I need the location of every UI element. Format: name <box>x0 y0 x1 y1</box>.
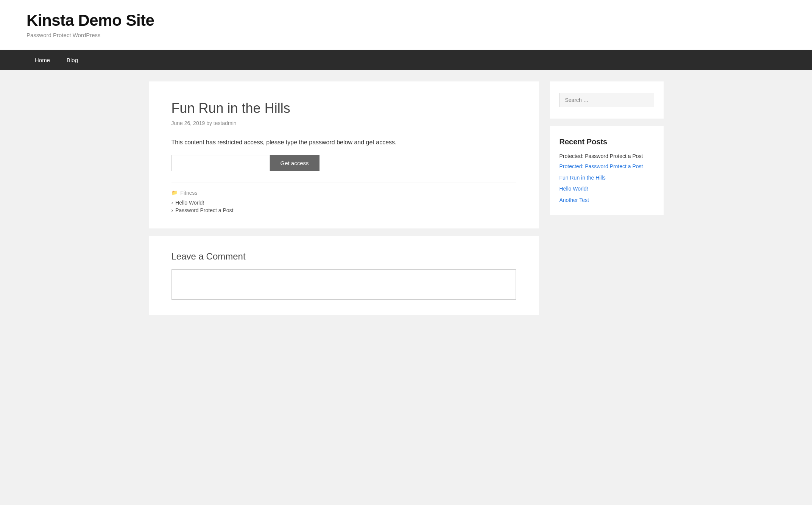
list-item: Another Test <box>560 197 654 204</box>
post-footer: 📁 Fitness ‹ Hello World! › Password Prot… <box>171 183 516 213</box>
recent-post-link-2[interactable]: Fun Run in the Hills <box>560 175 606 181</box>
recent-post-link-4[interactable]: Another Test <box>560 197 589 203</box>
access-form: Get access <box>171 155 516 171</box>
password-input[interactable] <box>171 155 270 171</box>
prev-icon: ‹ <box>171 200 173 206</box>
article-card: Fun Run in the Hills June 26, 2019 by te… <box>149 81 539 228</box>
site-content: Fun Run in the Hills June 26, 2019 by te… <box>141 70 671 326</box>
main-content: Fun Run in the Hills June 26, 2019 by te… <box>149 81 539 315</box>
list-item: Protected: Password Protect a Post <box>560 163 654 170</box>
recent-posts-widget: Recent Posts Protected: Password Protect… <box>550 126 664 215</box>
next-post-link[interactable]: › Password Protect a Post <box>171 207 516 213</box>
prev-post-label: Hello World! <box>175 200 204 206</box>
nav-link-home[interactable]: Home <box>26 50 58 70</box>
comment-section: Leave a Comment <box>149 236 539 315</box>
search-input[interactable] <box>560 93 654 107</box>
post-nav: ‹ Hello World! › Password Protect a Post <box>171 200 516 213</box>
recent-posts-title: Recent Posts <box>560 138 654 146</box>
search-widget <box>550 81 664 119</box>
article-by: by <box>206 120 214 126</box>
comment-title: Leave a Comment <box>171 251 516 262</box>
site-header: Kinsta Demo Site Password Protect WordPr… <box>0 0 812 50</box>
article-title: Fun Run in the Hills <box>171 100 516 116</box>
main-nav: Home Blog <box>0 50 812 70</box>
recent-posts-list: Protected: Password Protect a Post Prote… <box>560 153 654 204</box>
site-tagline: Password Protect WordPress <box>26 32 786 38</box>
list-item: Hello World! <box>560 185 654 193</box>
site-title: Kinsta Demo Site <box>26 11 786 30</box>
nav-link-blog[interactable]: Blog <box>58 50 86 70</box>
list-item: Protected: Password Protect a Post <box>560 153 654 159</box>
nav-item-blog[interactable]: Blog <box>58 50 86 70</box>
restricted-message: This content has restricted access, plea… <box>171 138 516 147</box>
folder-icon: 📁 <box>171 190 178 195</box>
nav-item-home[interactable]: Home <box>26 50 58 70</box>
next-post-label: Password Protect a Post <box>175 207 233 213</box>
prev-post-link[interactable]: ‹ Hello World! <box>171 200 516 206</box>
recent-post-static-label: Protected: Password Protect a Post <box>560 153 643 159</box>
comment-form-area[interactable] <box>171 269 516 300</box>
get-access-button[interactable]: Get access <box>270 155 320 171</box>
sidebar: Recent Posts Protected: Password Protect… <box>550 81 664 315</box>
article-date: June 26, 2019 <box>171 120 205 126</box>
next-icon: › <box>171 207 173 213</box>
post-categories: 📁 Fitness <box>171 190 516 196</box>
article-author[interactable]: testadmin <box>214 120 237 126</box>
article-meta: June 26, 2019 by testadmin <box>171 120 516 126</box>
recent-post-link-3[interactable]: Hello World! <box>560 186 588 192</box>
recent-post-link-1[interactable]: Protected: Password Protect a Post <box>560 163 643 169</box>
list-item: Fun Run in the Hills <box>560 174 654 182</box>
category-fitness[interactable]: Fitness <box>181 190 198 196</box>
